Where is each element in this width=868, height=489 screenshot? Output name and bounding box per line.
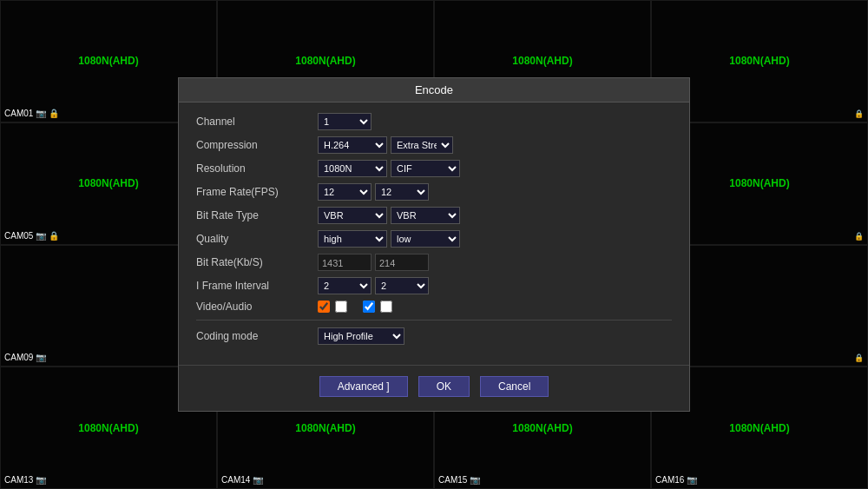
iframe-label: I Frame Interval bbox=[196, 280, 318, 292]
bitrate-value-main: 1431 bbox=[318, 254, 372, 271]
channel-label: Channel bbox=[196, 116, 318, 128]
compression-controls: H.264H.265 Extra StreamMain Stream bbox=[318, 136, 453, 154]
video2-checkbox[interactable] bbox=[363, 301, 375, 313]
audio2-checkbox[interactable] bbox=[380, 301, 392, 313]
ok-button[interactable]: OK bbox=[418, 376, 470, 397]
cam-id: CAM05 📷 🔒 bbox=[4, 231, 59, 241]
camera-label: 1080N(AHD) bbox=[729, 177, 789, 189]
quality-label: Quality bbox=[196, 233, 318, 245]
quality-select-sub[interactable]: lowestlowmediumhighhighest bbox=[391, 230, 460, 248]
bitratetype-label: Bit Rate Type bbox=[196, 209, 318, 221]
compression-label: Compression bbox=[196, 139, 318, 151]
cam-id: CAM15 📷 bbox=[438, 475, 480, 485]
iframe-controls: 12345 12345 bbox=[318, 277, 429, 294]
audio1-checkbox[interactable] bbox=[335, 301, 347, 313]
codingmode-row: Coding mode BaselineMain ProfileHigh Pro… bbox=[196, 327, 672, 345]
channel-controls: 1234 bbox=[318, 113, 372, 130]
camera-label: 1080N(AHD) bbox=[729, 422, 789, 434]
framerate-controls: 12152025 12152025 bbox=[318, 183, 429, 201]
bitratetype-select-main[interactable]: VBRCBR bbox=[318, 207, 387, 224]
compression-select-stream[interactable]: Extra StreamMain Stream bbox=[391, 136, 453, 154]
iframe-select-main[interactable]: 12345 bbox=[318, 277, 372, 294]
compression-select-main[interactable]: H.264H.265 bbox=[318, 136, 387, 154]
codingmode-select[interactable]: BaselineMain ProfileHigh Profile bbox=[318, 327, 404, 345]
cam-id: CAM01 📷 🔒 bbox=[4, 109, 59, 118]
bitrate-value-sub: 214 bbox=[375, 254, 429, 271]
quality-select-main[interactable]: lowestlowmediumhighhighest bbox=[318, 230, 387, 248]
modal-title: Encode bbox=[179, 78, 689, 102]
bitratetype-controls: VBRCBR VBRCBR bbox=[318, 207, 460, 224]
videoaudio-controls bbox=[318, 301, 392, 313]
camera-label: 1080N(AHD) bbox=[295, 422, 355, 434]
channel-select[interactable]: 1234 bbox=[318, 113, 372, 130]
channel-row: Channel 1234 bbox=[196, 113, 672, 130]
video1-checkbox[interactable] bbox=[318, 301, 330, 313]
encode-dialog: Encode Channel 1234 Compression H.264H.2… bbox=[178, 77, 690, 412]
cam-icon: 🔒 bbox=[854, 109, 864, 118]
framerate-select-main[interactable]: 12152025 bbox=[318, 183, 372, 201]
resolution-controls: 1080N720PD1 CIFD1720P bbox=[318, 160, 460, 177]
camera-label: 1080N(AHD) bbox=[295, 55, 355, 67]
iframe-row: I Frame Interval 12345 12345 bbox=[196, 277, 672, 294]
cam-id: CAM09 📷 bbox=[4, 353, 46, 362]
camera-label: 1080N(AHD) bbox=[78, 177, 138, 189]
camera-label: 1080N(AHD) bbox=[78, 422, 138, 434]
compression-row: Compression H.264H.265 Extra StreamMain … bbox=[196, 136, 672, 154]
resolution-label: Resolution bbox=[196, 162, 318, 175]
modal-body: Channel 1234 Compression H.264H.265 Extr… bbox=[179, 102, 689, 365]
cam-icon: 🔒 bbox=[854, 232, 864, 241]
bitratetype-select-sub[interactable]: VBRCBR bbox=[391, 207, 460, 224]
camera-label: 1080N(AHD) bbox=[78, 55, 138, 67]
framerate-label: Frame Rate(FPS) bbox=[196, 186, 318, 198]
camera-label: 1080N(AHD) bbox=[512, 422, 572, 434]
codingmode-label: Coding mode bbox=[196, 330, 318, 342]
camera-label: 1080N(AHD) bbox=[729, 55, 789, 67]
videoaudio-label: Video/Audio bbox=[196, 301, 318, 313]
divider bbox=[196, 320, 672, 320]
framerate-select-sub[interactable]: 12152025 bbox=[375, 183, 429, 201]
cam-id: CAM16 📷 bbox=[655, 475, 697, 485]
quality-row: Quality lowestlowmediumhighhighest lowes… bbox=[196, 230, 672, 248]
resolution-select-sub[interactable]: CIFD1720P bbox=[391, 160, 460, 177]
codingmode-controls: BaselineMain ProfileHigh Profile bbox=[318, 327, 404, 345]
cam-icon: 🔒 bbox=[854, 354, 864, 362]
framerate-row: Frame Rate(FPS) 12152025 12152025 bbox=[196, 183, 672, 201]
bitrate-row: Bit Rate(Kb/S) 1431 214 bbox=[196, 254, 672, 271]
videoaudio-row: Video/Audio bbox=[196, 301, 672, 313]
cam-id: CAM13 📷 bbox=[4, 475, 46, 485]
cancel-button[interactable]: Cancel bbox=[480, 376, 549, 397]
iframe-select-sub[interactable]: 12345 bbox=[375, 277, 429, 294]
quality-controls: lowestlowmediumhighhighest lowestlowmedi… bbox=[318, 230, 460, 248]
modal-footer: Advanced ] OK Cancel bbox=[179, 365, 689, 411]
advanced-button[interactable]: Advanced ] bbox=[319, 376, 408, 397]
resolution-select-main[interactable]: 1080N720PD1 bbox=[318, 160, 387, 177]
bitratetype-row: Bit Rate Type VBRCBR VBRCBR bbox=[196, 207, 672, 224]
bitrate-controls: 1431 214 bbox=[318, 254, 429, 271]
resolution-row: Resolution 1080N720PD1 CIFD1720P bbox=[196, 160, 672, 177]
cam-id: CAM14 📷 bbox=[221, 475, 263, 485]
camera-label: 1080N(AHD) bbox=[512, 55, 572, 67]
bitrate-label: Bit Rate(Kb/S) bbox=[196, 256, 318, 268]
